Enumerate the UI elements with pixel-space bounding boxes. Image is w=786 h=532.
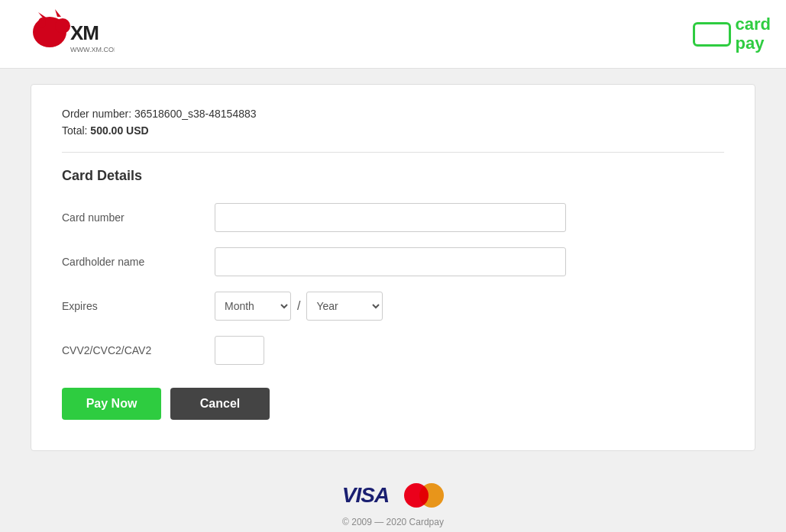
mc-circle-right [419, 483, 444, 508]
cancel-button[interactable]: Cancel [170, 388, 270, 420]
header: XM WWW.XM.COM card pay [0, 0, 786, 69]
cvv-row: CVV2/CVC2/CAV2 [62, 336, 724, 365]
card-number-input[interactable] [215, 203, 566, 232]
divider [62, 152, 724, 153]
cvv-label: CVV2/CVC2/CAV2 [62, 344, 215, 356]
pay-now-button[interactable]: Pay Now [62, 388, 161, 420]
month-select[interactable]: Month 01 02 03 04 05 06 07 08 09 10 11 1… [215, 292, 291, 321]
cardpay-icon [693, 22, 731, 47]
card-number-label: Card number [62, 211, 215, 224]
footer: VISA © 2009 — 2020 Cardpay [0, 466, 786, 532]
xm-logo: XM WWW.XM.COM [15, 9, 115, 59]
card-number-row: Card number [62, 203, 724, 232]
cvv-input[interactable] [215, 336, 264, 365]
payment-card: Order number: 36518600_s38-48154883 Tota… [31, 84, 755, 451]
cardpay-text: card pay [736, 15, 771, 52]
cardpay-logo: card pay [693, 15, 771, 52]
svg-point-4 [38, 18, 46, 28]
main-content: Order number: 36518600_s38-48154883 Tota… [0, 69, 786, 466]
expires-label: Expires [62, 300, 215, 312]
order-info: Order number: 36518600_s38-48154883 Tota… [62, 108, 724, 137]
buttons-row: Pay Now Cancel [62, 388, 724, 420]
expires-wrapper: Month 01 02 03 04 05 06 07 08 09 10 11 1… [215, 292, 383, 321]
visa-logo: VISA [342, 483, 389, 508]
svg-point-1 [55, 18, 70, 34]
svg-text:XM: XM [70, 21, 99, 44]
svg-marker-3 [55, 9, 61, 17]
footer-copyright: © 2009 — 2020 Cardpay [15, 517, 771, 527]
payment-icons: VISA [15, 482, 771, 509]
year-select[interactable]: Year 2020 2021 2022 2023 2024 2025 2026 … [306, 292, 383, 321]
card-details-title: Card Details [62, 168, 724, 184]
cardholder-row: Cardholder name [62, 247, 724, 276]
order-total: Total: 500.00 USD [62, 124, 724, 137]
order-number: Order number: 36518600_s38-48154883 [62, 108, 724, 120]
expires-row: Expires Month 01 02 03 04 05 06 07 08 09… [62, 292, 724, 321]
svg-text:WWW.XM.COM: WWW.XM.COM [70, 46, 115, 53]
xm-logo-image: XM WWW.XM.COM [15, 9, 115, 59]
cardholder-label: Cardholder name [62, 256, 215, 268]
expires-slash: / [297, 299, 300, 313]
mastercard-logo [404, 482, 444, 509]
cardholder-input[interactable] [215, 247, 566, 276]
